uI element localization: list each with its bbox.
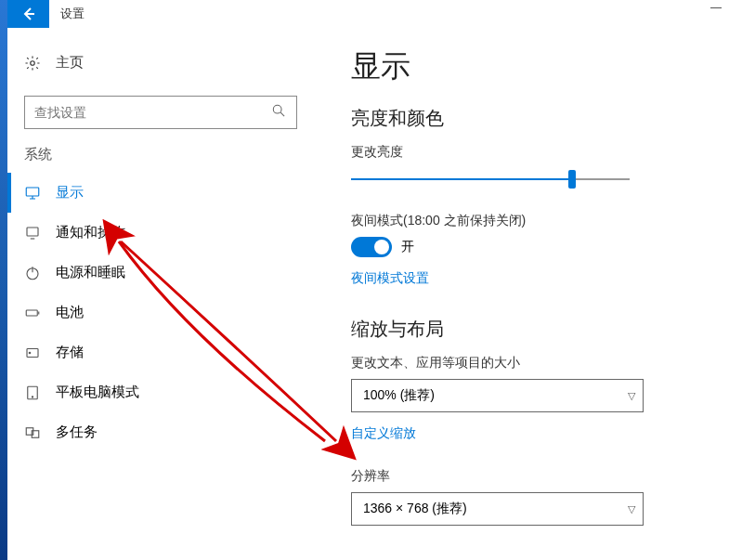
- sidebar-item-label: 多任务: [56, 423, 98, 441]
- resolution-label: 分辨率: [351, 468, 723, 485]
- svg-rect-5: [26, 310, 37, 316]
- storage-icon: [24, 345, 43, 361]
- sidebar-section-label: 系统: [24, 146, 314, 163]
- sidebar-item-label: 通知和操作: [56, 224, 125, 241]
- sidebar-item-storage[interactable]: 存储: [7, 332, 314, 372]
- sidebar-home[interactable]: 主页: [7, 46, 314, 79]
- content-area: 显示 亮度和颜色 更改亮度 夜间模式(18:00 之前保持关闭) 开 夜间模式设…: [351, 46, 723, 526]
- battery-icon: [24, 305, 43, 321]
- custom-scale-link[interactable]: 自定义缩放: [351, 425, 416, 442]
- scale-dropdown[interactable]: 100% (推荐) ▽: [351, 379, 644, 412]
- slider-thumb[interactable]: [568, 170, 576, 189]
- scale-value: 100% (推荐): [363, 387, 435, 404]
- home-label: 主页: [56, 54, 84, 72]
- sidebar: 主页 系统 显示 通知和操作 电源和睡眠 电池 存储 平板电脑模式 多任务: [7, 46, 314, 452]
- brightness-heading: 亮度和颜色: [351, 106, 723, 131]
- sidebar-item-multitask[interactable]: 多任务: [7, 412, 314, 452]
- search-input[interactable]: [25, 105, 261, 120]
- sidebar-item-label: 存储: [56, 344, 84, 361]
- brightness-label: 更改亮度: [351, 144, 723, 161]
- tablet-icon: [24, 384, 43, 401]
- svg-point-9: [32, 396, 33, 397]
- sidebar-item-battery[interactable]: 电池: [7, 293, 314, 332]
- accent-stripe: [0, 0, 7, 560]
- page-title: 显示: [351, 46, 723, 87]
- gear-icon: [24, 55, 43, 72]
- nightlight-label: 夜间模式(18:00 之前保持关闭): [351, 213, 723, 229]
- chevron-down-icon: ▽: [628, 390, 635, 402]
- titlebar: 设置: [7, 0, 742, 28]
- multitask-icon: [24, 424, 43, 441]
- minimize-button[interactable]: [710, 7, 723, 9]
- chevron-down-icon: ▽: [628, 503, 635, 515]
- sidebar-item-tablet[interactable]: 平板电脑模式: [7, 372, 314, 412]
- toggle-knob: [374, 240, 389, 254]
- search-icon: [261, 104, 296, 121]
- nightlight-settings-link[interactable]: 夜间模式设置: [351, 270, 429, 287]
- svg-rect-3: [27, 228, 38, 236]
- sidebar-item-label: 电源和睡眠: [56, 264, 125, 281]
- svg-point-1: [273, 105, 281, 113]
- resolution-dropdown[interactable]: 1366 × 768 (推荐) ▽: [351, 492, 644, 526]
- sidebar-item-notifications[interactable]: 通知和操作: [7, 213, 314, 253]
- notifications-icon: [24, 225, 43, 241]
- sidebar-item-power[interactable]: 电源和睡眠: [7, 253, 314, 293]
- svg-rect-2: [26, 188, 39, 196]
- toggle-state-label: 开: [401, 239, 414, 255]
- window-title: 设置: [60, 6, 85, 22]
- sidebar-item-label: 电池: [56, 304, 84, 321]
- back-arrow-icon: [21, 7, 36, 21]
- nightlight-toggle[interactable]: [351, 237, 392, 257]
- sidebar-item-display[interactable]: 显示: [7, 173, 314, 213]
- sidebar-item-label: 显示: [56, 184, 84, 202]
- resolution-value: 1366 × 768 (推荐): [363, 501, 467, 517]
- scale-label: 更改文本、应用等项目的大小: [351, 355, 723, 371]
- power-icon: [24, 265, 43, 281]
- slider-fill: [351, 178, 568, 180]
- svg-point-0: [31, 60, 35, 65]
- monitor-icon: [24, 185, 43, 202]
- brightness-slider[interactable]: [351, 168, 630, 190]
- scale-heading: 缩放与布局: [351, 317, 723, 342]
- sidebar-item-label: 平板电脑模式: [56, 384, 139, 401]
- back-button[interactable]: [7, 0, 49, 28]
- svg-point-7: [29, 352, 31, 354]
- search-box[interactable]: [24, 96, 297, 129]
